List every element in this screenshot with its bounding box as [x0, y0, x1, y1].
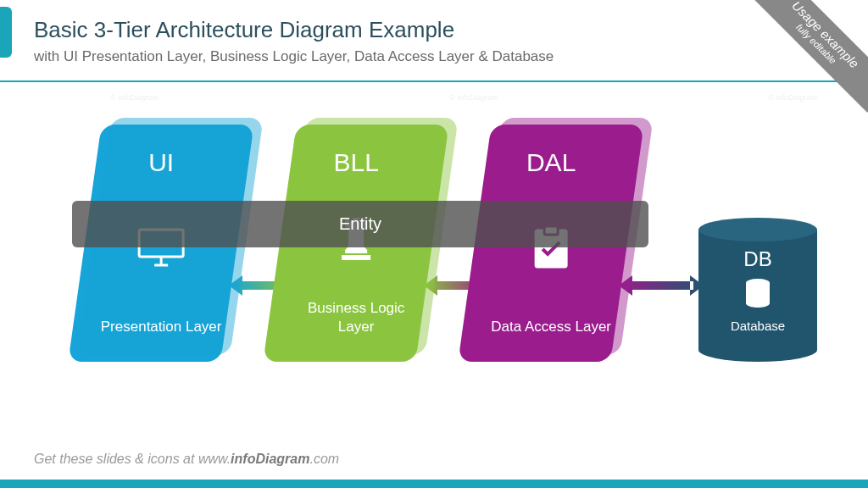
- bottom-accent-bar: [0, 480, 868, 488]
- tier-dal-label: Data Access Layer: [491, 318, 611, 336]
- tier-bll-label: Business Logic Layer: [288, 299, 424, 336]
- page-subtitle: with UI Presentation Layer, Business Log…: [34, 48, 834, 65]
- database-stack-icon: [743, 278, 773, 312]
- footer-attribution: Get these slides & icons at www.infoDiag…: [34, 452, 339, 467]
- footer-prefix: Get these slides & icons at www.: [34, 452, 231, 466]
- side-tab: [0, 7, 12, 58]
- diagram-area: UI Presentation Layer BLL Business Logic…: [0, 108, 868, 413]
- entity-label: Entity: [339, 214, 381, 234]
- tier-bll-abbr: BLL: [333, 148, 378, 177]
- database-cylinder: DB Database: [698, 218, 817, 362]
- footer-suffix: .com: [309, 452, 339, 466]
- watermark: © infoDiagram: [110, 93, 159, 102]
- entity-bar: Entity: [72, 201, 648, 247]
- db-label: Database: [731, 319, 785, 333]
- arrow-dal-db-icon: [619, 273, 704, 298]
- footer-brand: infoDiagram: [231, 452, 309, 466]
- tier-ui-abbr: UI: [148, 148, 174, 177]
- tier-ui-label: Presentation Layer: [101, 318, 222, 336]
- watermark: © infoDiagram: [449, 93, 498, 102]
- watermark: © infoDiagram: [768, 93, 817, 102]
- page-title: Basic 3-Tier Architecture Diagram Exampl…: [34, 17, 834, 43]
- tier-dal-abbr: DAL: [526, 148, 576, 177]
- header-divider: [0, 80, 868, 82]
- header: Basic 3-Tier Architecture Diagram Exampl…: [0, 0, 868, 74]
- db-abbr: DB: [743, 247, 771, 271]
